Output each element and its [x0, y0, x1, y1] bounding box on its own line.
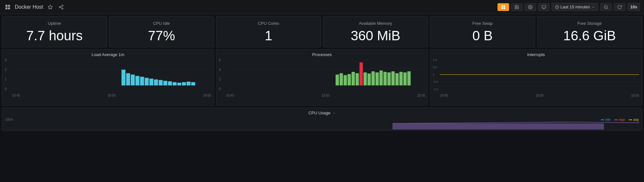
load-avg-y-axis: 3 2 1 0 — [5, 58, 7, 91]
avail-memory-value: 360 MiB — [329, 29, 422, 43]
svg-rect-35 — [154, 80, 158, 86]
cpu-usage-y-label: 100% — [5, 118, 13, 121]
svg-rect-12 — [501, 7, 503, 9]
cpu-usage-legend: min max avg — [601, 118, 639, 121]
cpu-usage-panel: CPU Usage 100% min max avg — [2, 108, 642, 131]
free-storage-card: Free Storage 16.6 GiB — [537, 16, 642, 47]
svg-rect-40 — [177, 83, 181, 85]
interrupts-x-axis: 18:45 18:50 18:55 — [440, 94, 639, 97]
processes-canvas — [226, 58, 425, 91]
svg-rect-28 — [121, 70, 125, 85]
svg-rect-55 — [364, 72, 367, 85]
svg-rect-3 — [8, 7, 10, 9]
load-avg-svg — [12, 58, 211, 91]
load-avg-title: Load Average 1m — [2, 50, 214, 58]
svg-point-5 — [62, 5, 63, 6]
interrupts-chart-area: 1.0 0.5 0 -0.5 -1.0 18:45 18: — [430, 58, 642, 98]
avail-memory-label: Available Memory — [329, 21, 422, 26]
add-panel-button[interactable] — [497, 3, 509, 11]
free-storage-value: 16.6 GiB — [543, 29, 636, 43]
interrupts-title: Interrupts — [430, 50, 642, 58]
svg-rect-63 — [395, 73, 399, 85]
svg-line-8 — [61, 7, 62, 8]
svg-rect-50 — [344, 75, 347, 85]
svg-rect-34 — [149, 79, 153, 85]
save-button[interactable] — [511, 3, 523, 11]
zoom-out-button[interactable] — [600, 3, 612, 11]
svg-rect-56 — [367, 73, 371, 85]
svg-rect-32 — [140, 77, 144, 85]
svg-rect-53 — [355, 73, 359, 85]
load-avg-panel: Load Average 1m 3 2 1 0 — [2, 49, 214, 106]
svg-rect-57 — [371, 71, 374, 85]
svg-rect-59 — [379, 71, 383, 85]
svg-rect-29 — [126, 73, 130, 85]
svg-rect-0 — [5, 5, 7, 7]
time-range-label: Last 15 minutes — [561, 5, 590, 9]
interrupts-y-axis: 1.0 0.5 0 -0.5 -1.0 — [433, 58, 438, 91]
svg-rect-43 — [191, 82, 195, 85]
svg-rect-33 — [145, 78, 148, 86]
svg-rect-64 — [399, 72, 402, 85]
svg-rect-17 — [542, 5, 546, 8]
svg-rect-49 — [339, 73, 343, 85]
svg-rect-72 — [393, 123, 604, 129]
chevron-down-icon — [332, 111, 336, 115]
tv-mode-button[interactable] — [538, 3, 550, 11]
legend-min-dot — [601, 120, 604, 120]
legend-avg: avg — [629, 118, 639, 121]
processes-title: Processes — [216, 50, 428, 58]
svg-rect-11 — [504, 5, 505, 6]
svg-rect-30 — [131, 75, 135, 86]
uptime-card: Uptime 7.7 hours — [2, 16, 107, 47]
svg-rect-60 — [383, 72, 386, 85]
refresh-button[interactable] — [614, 3, 625, 11]
svg-rect-51 — [347, 74, 351, 85]
svg-rect-13 — [504, 7, 505, 9]
share-button[interactable] — [57, 3, 65, 11]
svg-line-9 — [61, 6, 62, 7]
svg-rect-38 — [168, 81, 172, 86]
svg-point-7 — [62, 8, 63, 9]
processes-x-axis: 18:45 18:50 18:55 — [226, 94, 425, 97]
grid-icon-button[interactable] — [4, 3, 12, 11]
nav-right: Last 15 minutes 10s — [497, 3, 640, 11]
load-avg-x-axis: 18:45 18:50 18:55 — [12, 94, 211, 97]
svg-marker-4 — [48, 5, 52, 9]
cpu-cores-card: CPU Cores 1 — [216, 16, 321, 47]
chart-panels-row: Load Average 1m 3 2 1 0 — [0, 49, 644, 108]
time-range-picker[interactable]: Last 15 minutes — [552, 3, 599, 11]
svg-rect-58 — [375, 72, 379, 85]
legend-max-label: max — [619, 118, 625, 121]
free-swap-value: 0 B — [436, 29, 529, 43]
processes-svg — [226, 58, 425, 91]
interrupts-canvas — [440, 58, 639, 91]
settings-button[interactable] — [525, 3, 536, 11]
svg-rect-1 — [8, 5, 10, 7]
refresh-interval: 10s — [627, 3, 640, 11]
processes-y-axis: 6 4 2 0 — [219, 58, 221, 91]
svg-rect-48 — [336, 75, 339, 86]
svg-rect-42 — [186, 81, 190, 85]
legend-min: min — [601, 118, 611, 121]
svg-rect-52 — [351, 72, 355, 85]
svg-line-22 — [607, 8, 608, 9]
svg-rect-36 — [159, 80, 163, 85]
legend-min-label: min — [605, 118, 611, 121]
svg-rect-62 — [391, 71, 394, 85]
uptime-label: Uptime — [8, 21, 101, 26]
svg-rect-41 — [182, 82, 186, 85]
cpu-usage-chart-area: 100% min max avg — [2, 117, 642, 129]
cpu-idle-label: CPU Idle — [115, 21, 208, 26]
star-button[interactable] — [46, 3, 54, 11]
uptime-value: 7.7 hours — [8, 29, 101, 43]
interrupts-svg — [440, 58, 639, 91]
processes-chart-area: 6 4 2 0 — [216, 58, 428, 98]
top-nav: Docker Host — [0, 0, 644, 14]
cpu-cores-label: CPU Cores — [222, 21, 315, 26]
svg-rect-66 — [407, 71, 411, 85]
svg-rect-39 — [173, 82, 176, 85]
cpu-usage-title[interactable]: CPU Usage — [2, 108, 642, 117]
nav-left: Docker Host — [4, 3, 65, 11]
legend-max-dot — [614, 120, 618, 120]
